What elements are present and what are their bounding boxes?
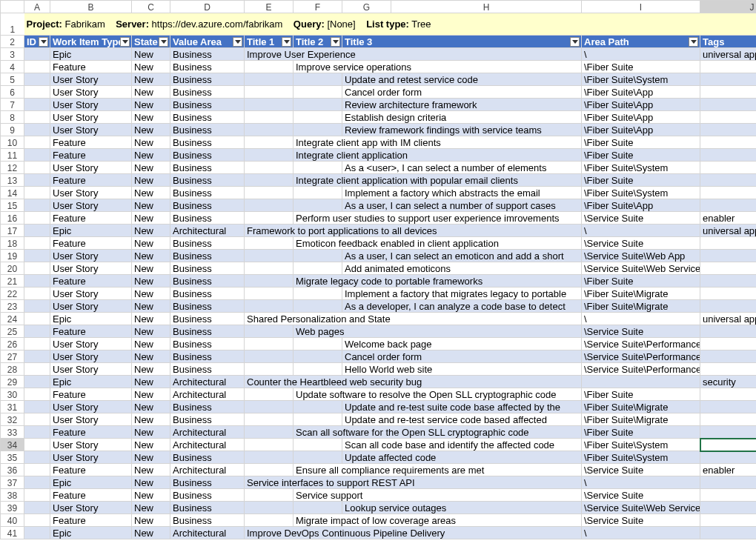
column-header-J[interactable]: J <box>700 1 757 13</box>
cell-area-path[interactable]: \Fiber Suite\App <box>582 99 700 111</box>
cell-state[interactable]: New <box>132 250 170 262</box>
cell-value-area[interactable]: Business <box>170 288 245 300</box>
cell-value-area[interactable]: Business <box>170 237 245 250</box>
cell-id[interactable] <box>24 476 50 489</box>
cell-title3[interactable]: As a <user>, I can select a number of el… <box>342 162 582 174</box>
cell-value-area[interactable]: Business <box>170 401 245 413</box>
row-header-20[interactable]: 20 <box>1 262 24 275</box>
cell-title1[interactable]: Service interfaces to support REST API <box>245 476 582 489</box>
cell-title1[interactable] <box>245 99 294 111</box>
cell-work-item-type[interactable]: Feature <box>50 489 132 502</box>
cell-title1[interactable] <box>245 489 294 502</box>
cell-area-path[interactable]: \Fiber Suite\App <box>582 111 700 124</box>
header-state[interactable]: State <box>132 36 170 48</box>
cell-title2[interactable] <box>294 162 342 174</box>
cell-title1[interactable] <box>245 199 294 212</box>
cell-title1[interactable]: Counter the Heartbleed web security bug <box>245 376 582 388</box>
cell-tags[interactable]: universal applications <box>700 225 757 237</box>
cell-area-path[interactable]: \Fiber Suite\Migrate <box>582 413 700 426</box>
cell-area-path[interactable]: \Fiber Suite <box>582 174 700 187</box>
cell-state[interactable]: New <box>132 212 170 225</box>
cell-title2[interactable]: Migrate impact of low coverage areas <box>294 514 582 527</box>
cell-id[interactable] <box>24 514 50 527</box>
cell-title3[interactable]: Review architecture framework <box>342 99 582 111</box>
cell-state[interactable]: New <box>132 514 170 527</box>
cell-state[interactable]: New <box>132 325 170 338</box>
cell-work-item-type[interactable]: Epic <box>50 476 132 489</box>
cell-value-area[interactable]: Architectural <box>170 527 245 539</box>
cell-title2[interactable] <box>294 439 342 451</box>
cell-title3[interactable]: Review framework findings with service t… <box>342 124 582 136</box>
cell-state[interactable]: New <box>132 48 170 61</box>
cell-id[interactable] <box>24 99 50 111</box>
cell-tags[interactable] <box>700 73 757 86</box>
cell-work-item-type[interactable]: User Story <box>50 124 132 136</box>
cell-title2[interactable] <box>294 401 342 413</box>
cell-tags[interactable]: universal applications <box>700 48 757 61</box>
cell-work-item-type[interactable]: Epic <box>50 376 132 388</box>
cell-title2[interactable] <box>294 73 342 86</box>
cell-work-item-type[interactable]: Epic <box>50 225 132 237</box>
cell-value-area[interactable]: Business <box>170 451 245 464</box>
cell-tags[interactable] <box>700 199 757 212</box>
cell-work-item-type[interactable]: Feature <box>50 388 132 401</box>
cell-work-item-type[interactable]: Feature <box>50 149 132 162</box>
cell-title2[interactable] <box>294 451 342 464</box>
cell-id[interactable] <box>24 73 50 86</box>
cell-work-item-type[interactable]: Feature <box>50 61 132 73</box>
cell-state[interactable]: New <box>132 237 170 250</box>
cell-value-area[interactable]: Business <box>170 212 245 225</box>
cell-area-path[interactable]: \Fiber Suite\App <box>582 86 700 99</box>
cell-area-path[interactable]: \Fiber Suite\Migrate <box>582 401 700 413</box>
cell-work-item-type[interactable]: User Story <box>50 199 132 212</box>
cell-state[interactable]: New <box>132 426 170 439</box>
cell-tags[interactable] <box>700 162 757 174</box>
filter-dropdown-icon[interactable] <box>282 37 291 47</box>
cell-state[interactable]: New <box>132 174 170 187</box>
row-header-30[interactable]: 30 <box>1 388 24 401</box>
cell-id[interactable] <box>24 275 50 288</box>
cell-work-item-type[interactable]: Feature <box>50 426 132 439</box>
row-header-40[interactable]: 40 <box>1 514 24 527</box>
cell-state[interactable]: New <box>132 313 170 325</box>
cell-id[interactable] <box>24 300 50 313</box>
cell-state[interactable]: New <box>132 363 170 376</box>
cell-state[interactable]: New <box>132 162 170 174</box>
row-header-33[interactable]: 33 <box>1 426 24 439</box>
cell-title3[interactable]: Implement a factory which abstracts the … <box>342 187 582 199</box>
row-header-31[interactable]: 31 <box>1 401 24 413</box>
cell-tags[interactable]: enabler <box>700 212 757 225</box>
cell-value-area[interactable]: Business <box>170 262 245 275</box>
cell-title2[interactable] <box>294 262 342 275</box>
row-header-13[interactable]: 13 <box>1 174 24 187</box>
cell-tags[interactable] <box>700 111 757 124</box>
cell-tags[interactable] <box>700 288 757 300</box>
cell-title2[interactable]: Emoticon feedback enabled in client appl… <box>294 237 582 250</box>
cell-title2[interactable] <box>294 350 342 363</box>
cell-title1[interactable]: Improve User Experience <box>245 48 582 61</box>
header-wit[interactable]: Work Item Type <box>50 36 132 48</box>
cell-area-path[interactable]: \Fiber Suite <box>582 388 700 401</box>
row-header-11[interactable]: 11 <box>1 149 24 162</box>
column-header-I[interactable]: I <box>582 1 700 13</box>
cell-work-item-type[interactable]: User Story <box>50 250 132 262</box>
cell-area-path[interactable]: \Fiber Suite\App <box>582 124 700 136</box>
column-header-E[interactable]: E <box>245 1 294 13</box>
cell-work-item-type[interactable]: User Story <box>50 413 132 426</box>
cell-id[interactable] <box>24 451 50 464</box>
cell-title3[interactable]: Update and retest service code <box>342 73 582 86</box>
cell-tags[interactable] <box>700 124 757 136</box>
cell-state[interactable]: New <box>132 111 170 124</box>
cell-title3[interactable]: Hello World web site <box>342 363 582 376</box>
select-all-corner[interactable] <box>1 1 24 13</box>
cell-title1[interactable] <box>245 174 294 187</box>
cell-state[interactable]: New <box>132 451 170 464</box>
cell-tags[interactable] <box>700 99 757 111</box>
cell-work-item-type[interactable]: User Story <box>50 162 132 174</box>
cell-tags[interactable] <box>700 187 757 199</box>
cell-title1[interactable] <box>245 149 294 162</box>
cell-title2[interactable] <box>294 199 342 212</box>
filter-dropdown-icon[interactable] <box>120 37 130 47</box>
cell-work-item-type[interactable]: User Story <box>50 288 132 300</box>
cell-area-path[interactable]: \Fiber Suite <box>582 275 700 288</box>
